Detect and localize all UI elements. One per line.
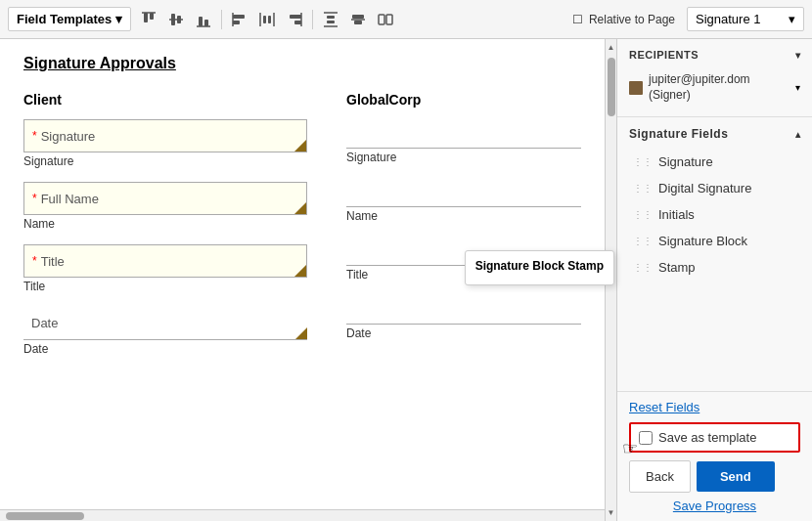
save-template-row: Save as template — [629, 422, 800, 453]
signature-fields-header: Signature Fields ▴ — [629, 127, 800, 141]
client-title-value: Title — [41, 254, 65, 269]
globalcorp-signature-field-group: Signature — [346, 119, 581, 164]
toolbar-icons — [137, 8, 561, 31]
back-button[interactable]: Back — [629, 460, 691, 493]
align-top-icon[interactable] — [137, 8, 160, 31]
align-center-v-icon[interactable] — [164, 8, 188, 31]
scroll-up-arrow[interactable]: ▲ — [608, 41, 615, 54]
signature-fields-chevron-icon[interactable]: ▴ — [795, 129, 801, 140]
align-bottom-icon[interactable] — [192, 8, 215, 31]
globalcorp-signature-field[interactable] — [346, 119, 581, 149]
globalcorp-name-field-group: Name — [346, 178, 581, 223]
svg-rect-10 — [233, 21, 240, 24]
relative-to-page-toggle[interactable]: ☐ Relative to Page — [566, 13, 681, 26]
svg-rect-6 — [199, 17, 203, 26]
separator-1 — [221, 10, 222, 29]
svg-rect-13 — [268, 16, 271, 23]
save-template-checkbox[interactable] — [639, 431, 653, 445]
globalcorp-date-label: Date — [346, 326, 581, 340]
signature-required-marker: * — [32, 129, 37, 143]
align-center-h-icon[interactable] — [346, 8, 370, 31]
sig-handle-icon: ⋮⋮ — [633, 156, 653, 167]
client-signature-value: Signature — [41, 129, 96, 144]
svg-rect-7 — [204, 20, 208, 26]
sig-block-stamp-title: Signature Block Stamp — [475, 259, 604, 273]
scroll-thumb[interactable] — [608, 58, 615, 116]
globalcorp-date-field-group: Date — [346, 295, 581, 340]
relative-to-page-label: Relative to Page — [589, 13, 675, 26]
client-date-input-container: Date — [23, 307, 307, 340]
client-name-value: Full Name — [41, 192, 99, 206]
globalcorp-name-field[interactable] — [346, 178, 581, 207]
svg-rect-9 — [233, 15, 245, 19]
right-panel: RECIPIENTS ▾ jupiter@jupiter.dom (Signer… — [616, 39, 812, 521]
client-signature-label: Signature — [23, 154, 307, 168]
align-right-icon[interactable] — [283, 8, 306, 31]
globalcorp-name-label: Name — [346, 209, 581, 223]
name-required-marker: * — [32, 192, 37, 205]
client-title-field[interactable]: * Title — [23, 244, 307, 278]
scroll-down-arrow[interactable]: ▼ — [608, 506, 615, 519]
signature-fields-section: Signature Fields ▴ ⋮⋮ Signature ⋮⋮ Digit… — [617, 117, 812, 391]
sig-field-initials[interactable]: ⋮⋮ Initials — [629, 201, 800, 228]
dropdown-chevron-icon: ▾ — [115, 12, 122, 26]
recipient-role: (Signer) — [649, 88, 750, 104]
page-checkbox-icon: ☐ — [572, 13, 583, 26]
distribute-v-icon[interactable] — [319, 8, 342, 31]
svg-rect-0 — [144, 13, 148, 22]
svg-rect-27 — [386, 15, 392, 24]
recipient-item: jupiter@jupiter.dom (Signer) ▾ — [629, 68, 800, 107]
align-left-icon[interactable] — [228, 8, 251, 31]
signature-dropdown-chevron-icon: ▾ — [789, 12, 795, 26]
globalcorp-date-field[interactable] — [346, 295, 581, 325]
sig-field-signature-label: Signature — [658, 154, 713, 169]
sig-initials-handle-icon: ⋮⋮ — [633, 209, 653, 220]
action-buttons: Back Send — [629, 460, 800, 493]
send-button[interactable]: Send — [697, 461, 775, 492]
save-progress-link[interactable]: Save Progress — [629, 499, 800, 513]
recipients-label: RECIPIENTS — [629, 49, 699, 61]
sig-field-digital-signature[interactable]: ⋮⋮ Digital Signature — [629, 175, 800, 201]
svg-rect-19 — [327, 16, 335, 19]
client-signature-field[interactable]: * Signature — [23, 119, 307, 152]
sig-field-signature[interactable]: ⋮⋮ Signature — [629, 149, 800, 175]
recipients-section-header: RECIPIENTS ▾ — [629, 49, 800, 61]
sig-field-block-label: Signature Block — [658, 234, 747, 248]
recipient-avatar — [629, 81, 643, 95]
size-match-icon[interactable] — [374, 8, 397, 31]
svg-rect-1 — [150, 13, 154, 20]
sig-field-stamp-label: Stamp — [658, 260, 696, 275]
sig-field-initials-label: Initials — [658, 207, 695, 222]
globalcorp-column: GlobalCorp Signature Name Title — [346, 92, 581, 369]
toolbar: Field Templates ▾ — [0, 0, 812, 39]
field-templates-button[interactable]: Field Templates ▾ — [8, 7, 131, 31]
client-name-field[interactable]: * Full Name — [23, 182, 307, 215]
distribute-h-icon[interactable] — [255, 8, 279, 31]
client-name-input-container: * Full Name — [23, 182, 307, 215]
main-container: Signature Approvals Client * Signature — [0, 39, 812, 521]
reset-fields-link[interactable]: Reset Fields — [629, 400, 800, 414]
client-title-field-group: * Title Title — [23, 244, 307, 293]
save-template-label: Save as template — [658, 430, 756, 445]
sig-block-handle-icon: ⋮⋮ — [633, 236, 653, 246]
sig-field-digital-label: Digital Signature — [658, 181, 751, 195]
svg-rect-17 — [294, 21, 301, 24]
globalcorp-column-header: GlobalCorp — [346, 92, 581, 108]
field-templates-label: Field Templates — [17, 12, 112, 26]
title-required-marker: * — [32, 254, 37, 268]
client-date-field[interactable]: Date — [23, 307, 307, 340]
separator-2 — [312, 10, 313, 29]
recipients-chevron-icon[interactable]: ▾ — [795, 50, 801, 61]
field-corner-title — [294, 265, 306, 277]
client-title-input-container: * Title — [23, 244, 307, 278]
horizontal-scrollbar[interactable] — [0, 509, 605, 521]
field-corner-date — [295, 327, 307, 339]
recipients-section: RECIPIENTS ▾ jupiter@jupiter.dom (Signer… — [617, 39, 812, 117]
client-column: Client * Signature Signature — [23, 92, 307, 369]
sig-field-stamp[interactable]: ⋮⋮ Stamp — [629, 254, 800, 281]
h-scroll-thumb[interactable] — [6, 512, 84, 520]
signature-dropdown[interactable]: Signature 1 ▾ — [687, 7, 804, 31]
recipient-info: jupiter@jupiter.dom (Signer) — [649, 72, 750, 103]
recipient-expand-icon[interactable]: ▾ — [795, 82, 800, 93]
sig-field-signature-block[interactable]: ⋮⋮ Signature Block — [629, 228, 800, 254]
